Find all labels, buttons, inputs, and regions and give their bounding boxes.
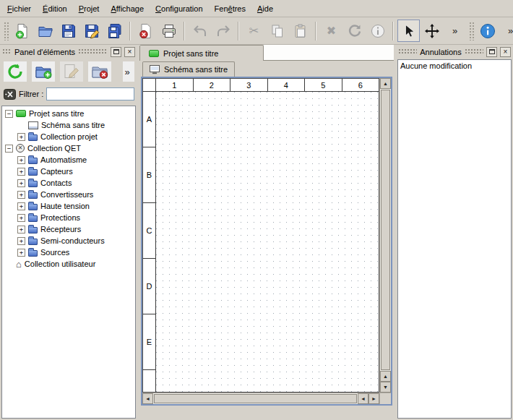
menu-fenetres[interactable]: Fenêtres [209, 0, 251, 17]
tree-item-capteurs[interactable]: + Capteurs [2, 166, 135, 177]
tree-item-diagram[interactable]: Schéma sans titre [2, 119, 135, 131]
tree-item-user-collection[interactable]: ⌂ Collection utilisateur [2, 258, 135, 270]
expand-icon[interactable]: + [17, 191, 25, 199]
expand-icon[interactable]: + [17, 133, 25, 141]
cut-button[interactable]: ✂ [243, 20, 265, 42]
info-circle-icon [370, 23, 386, 39]
copy-button[interactable] [266, 20, 288, 42]
tree-item-project-collection[interactable]: + Collection projet [2, 131, 135, 142]
tree-item-label: Protections [40, 213, 80, 222]
delete-button[interactable]: ✖ [320, 20, 342, 42]
float-panel-button[interactable] [111, 47, 121, 57]
tree-item-convertisseurs[interactable]: + Convertisseurs [2, 189, 135, 200]
collapse-icon[interactable]: − [5, 110, 13, 118]
scroll-up-button[interactable]: ▲ [380, 371, 391, 382]
home-icon: ⌂ [16, 260, 22, 269]
expand-icon[interactable]: + [17, 202, 25, 210]
undo-history-list[interactable]: Aucune modification [397, 59, 512, 419]
printer-icon [161, 23, 177, 39]
toolbar-drag-handle[interactable] [4, 22, 9, 40]
close-project-button[interactable] [134, 20, 157, 42]
scroll-left-button[interactable]: ◄ [142, 393, 153, 404]
tree-item-contacts[interactable]: + Contacts [2, 177, 135, 189]
scroll-right-button[interactable]: ► [368, 393, 379, 404]
element-information-button[interactable] [366, 20, 389, 42]
workspace: Projet sans titre Schéma sans titre 1 2 … [139, 45, 394, 420]
horizontal-scrollbar[interactable]: ◄ ◄ ► [142, 393, 379, 404]
expand-icon[interactable]: + [17, 179, 25, 187]
copy-icon [270, 23, 285, 39]
expand-icon[interactable]: + [17, 249, 25, 257]
menu-projet[interactable]: Projet [73, 0, 105, 17]
vertical-scroll-thumb[interactable] [381, 90, 390, 370]
vertical-scrollbar[interactable]: ▲ ▲ ▼ [379, 78, 391, 393]
diagram-canvas[interactable] [156, 92, 379, 392]
about-qet-button[interactable] [476, 20, 499, 42]
pan-mode-button[interactable] [421, 20, 443, 42]
delete-element-button[interactable] [88, 61, 111, 82]
open-project-button[interactable] [34, 20, 56, 42]
tab-project[interactable]: Projet sans titre [139, 45, 264, 61]
float-panel-button[interactable] [486, 47, 497, 57]
folder-icon [28, 227, 38, 233]
elements-panel-title: Panel d'éléments [14, 48, 75, 56]
paste-button[interactable] [289, 20, 311, 42]
expand-icon[interactable]: + [17, 168, 25, 176]
save-button[interactable] [57, 20, 79, 42]
new-element-button[interactable] [32, 61, 55, 82]
tree-item-recepteurs[interactable]: + Récepteurs [2, 223, 135, 235]
reload-collections-button[interactable] [4, 61, 27, 82]
save-as-button[interactable] [80, 20, 103, 42]
menu-configuration[interactable]: Configuration [150, 0, 208, 17]
tree-item-qet-collection[interactable]: − ✕ Collection QET [2, 142, 135, 154]
tree-item-automatisme[interactable]: + Automatisme [2, 154, 135, 166]
filter-input[interactable] [46, 87, 134, 100]
tree-item-label: Contacts [40, 179, 72, 187]
expand-icon[interactable]: + [17, 214, 25, 222]
close-panel-button[interactable]: × [500, 47, 511, 57]
new-project-button[interactable] [11, 20, 33, 42]
toolbar-overflow-button[interactable]: » [444, 20, 466, 42]
toolbar-drag-handle[interactable] [469, 22, 474, 40]
about-overflow-button[interactable]: » [499, 20, 513, 42]
dock-drag-handle[interactable] [398, 48, 417, 55]
expand-icon[interactable]: + [17, 226, 25, 233]
menu-fichier[interactable]: Fichier [1, 0, 37, 17]
menu-edition[interactable]: Édition [37, 0, 73, 17]
scroll-up-button[interactable]: ▲ [380, 78, 391, 89]
panel-overflow-button[interactable]: » [123, 61, 134, 82]
floppy-stack-icon [107, 23, 123, 39]
expand-icon[interactable]: + [17, 237, 25, 245]
save-all-button[interactable] [103, 20, 126, 42]
menu-aide[interactable]: Aide [251, 0, 279, 17]
dock-drag-handle[interactable] [78, 48, 108, 55]
tree-item-label: Automatisme [40, 155, 87, 164]
undo-button[interactable] [189, 20, 211, 42]
collapse-icon[interactable]: − [5, 145, 13, 153]
edit-element-button[interactable] [60, 61, 83, 82]
selection-mode-button[interactable] [397, 20, 420, 42]
close-panel-button[interactable]: × [124, 47, 135, 57]
elements-tree: − Projet sans titre Schéma sans titre + … [1, 106, 136, 419]
toolbar-separator [392, 22, 394, 40]
tree-item-sources[interactable]: + Sources [2, 247, 135, 258]
menu-affichage[interactable]: Affichage [105, 0, 150, 17]
tree-item-semi-conducteurs[interactable]: + Semi-conducteurs [2, 235, 135, 247]
column-label: 6 [342, 79, 379, 91]
scroll-down-button[interactable]: ▼ [380, 382, 391, 393]
dock-drag-handle[interactable] [2, 48, 12, 55]
tree-item-haute-tension[interactable]: + Haute tension [2, 200, 135, 212]
expand-icon[interactable]: + [17, 156, 25, 164]
row-label: E [143, 314, 155, 370]
diagram-tab-label: Schéma sans titre [164, 65, 228, 74]
tab-diagram[interactable]: Schéma sans titre [142, 61, 235, 77]
horizontal-scroll-thumb[interactable] [154, 394, 357, 403]
tree-item-protections[interactable]: + Protections [2, 212, 135, 223]
print-button[interactable] [158, 20, 180, 42]
dock-drag-handle[interactable] [465, 48, 483, 55]
redo-button[interactable] [212, 20, 234, 42]
scroll-left-button[interactable]: ◄ [358, 393, 368, 404]
tree-item-project[interactable]: − Projet sans titre [2, 108, 135, 119]
clear-filter-button[interactable] [4, 89, 16, 100]
rotate-button[interactable] [343, 20, 366, 42]
